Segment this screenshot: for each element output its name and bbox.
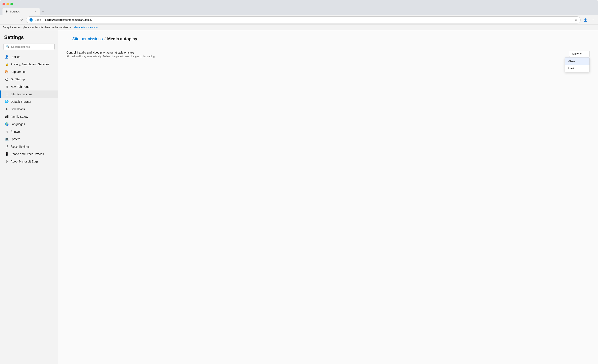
tab-title: Settings bbox=[10, 10, 20, 13]
search-icon: 🔍 bbox=[6, 45, 9, 48]
phone-devices-label: Phone and Other Devices bbox=[11, 152, 44, 156]
site-permissions-label: Site Permissions bbox=[11, 93, 32, 96]
sidebar: Settings 🔍 👤 Profiles 🔒 Privacy, Search,… bbox=[0, 30, 58, 364]
address-text: edge://settings/content/mediaAutoplay bbox=[45, 18, 573, 21]
profiles-icon: 👤 bbox=[5, 55, 8, 59]
family-safety-icon: 👨‍👩‍👧 bbox=[5, 115, 8, 119]
default-browser-label: Default Browser bbox=[11, 100, 31, 103]
address-bold: edge://settings bbox=[45, 18, 64, 21]
new-tab-button[interactable]: + bbox=[40, 8, 46, 14]
phone-devices-icon: 📱 bbox=[5, 152, 8, 156]
chevron-down-icon: ▾ bbox=[580, 52, 581, 55]
setting-desc: All media will play automatically. Refre… bbox=[66, 55, 569, 58]
tab-settings-icon: ⚙ bbox=[5, 10, 9, 13]
new-tab-label: New Tab Page bbox=[11, 85, 29, 89]
settings-tab[interactable]: ⚙ Settings × bbox=[2, 8, 40, 15]
on-startup-label: On Startup bbox=[11, 78, 25, 81]
site-permissions-icon: ☰ bbox=[5, 92, 8, 96]
autoplay-dropdown-menu: AllowLimit bbox=[565, 57, 590, 72]
downloads-icon: ⬇ bbox=[5, 107, 8, 111]
privacy-icon: 🔒 bbox=[5, 63, 8, 66]
autoplay-dropdown-button[interactable]: Allow ▾ bbox=[569, 51, 590, 57]
manage-favorites-link[interactable]: Manage favorites now bbox=[74, 26, 98, 29]
favorites-text: For quick access, place your favorites h… bbox=[3, 26, 73, 29]
family-safety-label: Family Safety bbox=[11, 115, 28, 118]
autoplay-dropdown-container: Allow ▾ AllowLimit bbox=[569, 51, 590, 57]
about-icon: ⊙ bbox=[5, 160, 8, 163]
dropdown-option-limit[interactable]: Limit bbox=[565, 65, 590, 72]
privacy-label: Privacy, Search, and Services bbox=[11, 63, 49, 66]
main-layout: Settings 🔍 👤 Profiles 🔒 Privacy, Search,… bbox=[0, 30, 598, 364]
tab-close-button[interactable]: × bbox=[34, 10, 37, 13]
reset-settings-label: Reset Settings bbox=[11, 145, 29, 148]
minimize-traffic-light[interactable] bbox=[7, 3, 9, 5]
sidebar-item-family-safety[interactable]: 👨‍👩‍👧 Family Safety bbox=[0, 113, 58, 120]
sidebar-item-profiles[interactable]: 👤 Profiles bbox=[0, 53, 58, 61]
sidebar-item-printers[interactable]: 🖨 Printers bbox=[0, 128, 58, 135]
sidebar-item-downloads[interactable]: ⬇ Downloads bbox=[0, 105, 58, 113]
sidebar-item-on-startup[interactable]: ⏻ On Startup bbox=[0, 75, 58, 83]
appearance-label: Appearance bbox=[11, 70, 26, 73]
edge-logo-icon bbox=[29, 18, 33, 22]
new-tab-icon: ⊞ bbox=[5, 85, 8, 89]
sidebar-item-reset-settings[interactable]: ↺ Reset Settings bbox=[0, 143, 58, 150]
languages-icon: 🌍 bbox=[5, 122, 8, 126]
maximize-traffic-light[interactable] bbox=[10, 3, 13, 5]
sidebar-item-site-permissions[interactable]: ☰ Site Permissions bbox=[0, 90, 58, 98]
nav-actions: 👤 ··· bbox=[582, 17, 596, 23]
favorites-bar: For quick access, place your favorites h… bbox=[0, 25, 598, 30]
back-to-permissions-button[interactable]: ← bbox=[66, 37, 70, 41]
back-button[interactable]: ← bbox=[2, 17, 9, 23]
sidebar-item-appearance[interactable]: 🎨 Appearance bbox=[0, 68, 58, 75]
address-separator: | bbox=[42, 18, 43, 22]
appearance-icon: 🎨 bbox=[5, 70, 8, 74]
menu-button[interactable]: ··· bbox=[589, 17, 596, 23]
system-icon: 💻 bbox=[5, 137, 8, 141]
address-rest: /content/mediaAutoplay bbox=[64, 18, 92, 21]
autoplay-setting-row: Control if audio and video play automati… bbox=[66, 48, 590, 61]
nav-bar: ← → ↻ Edge | edge://settings/content/med… bbox=[0, 15, 598, 25]
sidebar-title: Settings bbox=[0, 34, 58, 44]
search-box[interactable]: 🔍 bbox=[3, 44, 55, 50]
printers-icon: 🖨 bbox=[5, 130, 8, 133]
sidebar-nav: 👤 Profiles 🔒 Privacy, Search, and Servic… bbox=[0, 53, 58, 165]
star-icon[interactable]: ☆ bbox=[574, 18, 577, 22]
default-browser-icon: 🌐 bbox=[5, 100, 8, 104]
breadcrumb-current: Media autoplay bbox=[107, 37, 137, 41]
printers-label: Printers bbox=[11, 130, 21, 133]
profiles-label: Profiles bbox=[11, 55, 20, 58]
languages-label: Languages bbox=[11, 122, 25, 126]
title-bar bbox=[0, 0, 598, 8]
close-traffic-light[interactable] bbox=[2, 3, 5, 5]
downloads-label: Downloads bbox=[11, 107, 25, 111]
setting-info: Control if audio and video play automati… bbox=[66, 51, 569, 58]
edge-brand-label: Edge bbox=[35, 18, 41, 21]
breadcrumb-separator: / bbox=[104, 37, 106, 41]
refresh-button[interactable]: ↻ bbox=[18, 17, 25, 23]
system-label: System bbox=[11, 138, 20, 141]
sidebar-item-new-tab[interactable]: ⊞ New Tab Page bbox=[0, 83, 58, 90]
address-bar[interactable]: Edge | edge://settings/content/mediaAuto… bbox=[26, 16, 581, 24]
reset-settings-icon: ↺ bbox=[5, 145, 8, 148]
sidebar-item-privacy[interactable]: 🔒 Privacy, Search, and Services bbox=[0, 61, 58, 68]
sidebar-item-default-browser[interactable]: 🌐 Default Browser bbox=[0, 98, 58, 105]
dropdown-selected-value: Allow bbox=[572, 52, 579, 55]
tab-bar: ⚙ Settings × + bbox=[0, 8, 598, 15]
sidebar-item-phone-devices[interactable]: 📱 Phone and Other Devices bbox=[0, 150, 58, 158]
breadcrumb-link[interactable]: Site permissions bbox=[72, 37, 103, 41]
profile-icon[interactable]: 👤 bbox=[582, 17, 589, 23]
forward-button[interactable]: → bbox=[10, 17, 17, 23]
content-area: ← Site permissions / Media autoplay Cont… bbox=[58, 30, 598, 364]
dropdown-option-allow[interactable]: Allow bbox=[565, 57, 590, 65]
traffic-lights bbox=[2, 3, 13, 5]
search-input[interactable] bbox=[11, 45, 52, 48]
sidebar-item-system[interactable]: 💻 System bbox=[0, 135, 58, 143]
sidebar-item-languages[interactable]: 🌍 Languages bbox=[0, 120, 58, 128]
on-startup-icon: ⏻ bbox=[5, 77, 8, 81]
sidebar-item-about[interactable]: ⊙ About Microsoft Edge bbox=[0, 158, 58, 165]
about-label: About Microsoft Edge bbox=[11, 160, 38, 163]
setting-label: Control if audio and video play automati… bbox=[66, 51, 569, 54]
page-header: ← Site permissions / Media autoplay bbox=[66, 37, 590, 41]
breadcrumb: Site permissions / Media autoplay bbox=[72, 37, 137, 41]
